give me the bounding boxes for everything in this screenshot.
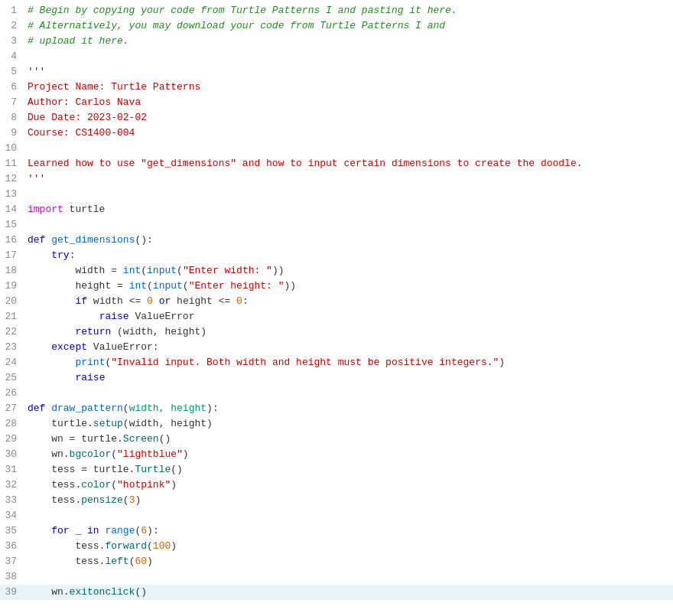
token: ( (111, 448, 117, 460)
token: (width, height) (123, 418, 213, 429)
line-content: def get_dimensions(): (23, 233, 673, 248)
line-number: 20 (0, 294, 23, 309)
line-content: for _ in range(6): (23, 523, 673, 539)
code-line: 7Author: Carlos Nava (0, 95, 673, 110)
line-content: return (width, height) (23, 324, 673, 340)
code-line: 39 wn.exitonclick() (0, 585, 673, 600)
token: for (51, 525, 69, 536)
token: ( (147, 280, 153, 292)
token: (): (135, 234, 152, 246)
code-line: 24 print("Invalid input. Both width and … (0, 355, 673, 370)
token: input (147, 265, 177, 276)
line-number: 13 (0, 187, 23, 202)
token: pensize (81, 494, 123, 506)
token: Author: Carlos Nava (28, 96, 141, 108)
code-line: 8Due Date: 2023-02-02 (0, 110, 673, 125)
line-number: 18 (0, 263, 23, 279)
line-number: 11 (0, 156, 23, 171)
line-content: if width <= 0 or height <= 0: (23, 294, 673, 309)
code-line: 27def draw_pattern(width, height): (0, 401, 673, 416)
line-content: def draw_pattern(width, height): (23, 401, 673, 416)
line-number: 14 (0, 202, 23, 217)
token (28, 295, 75, 307)
line-content: except ValueError: (23, 340, 673, 355)
code-line: 9Course: CS1400-004 (0, 125, 673, 141)
token: except (51, 341, 87, 353)
token (28, 311, 99, 322)
token: (width, height) (111, 326, 206, 337)
token: print (75, 357, 105, 368)
line-number: 31 (0, 462, 23, 477)
line-number: 19 (0, 279, 23, 294)
line-content: # Begin by copying your code from Turtle… (23, 3, 673, 18)
code-line: 25 raise (0, 370, 673, 386)
token: tess. (28, 494, 81, 506)
line-number: 10 (0, 141, 23, 156)
token: try (51, 249, 69, 261)
token: color (81, 479, 111, 491)
code-line: 13 (0, 187, 673, 202)
line-content: # Alternatively, you may download your c… (23, 18, 673, 34)
token: setup (93, 418, 123, 429)
token: 100 (153, 540, 171, 552)
code-editor: 1# Begin by copying your code from Turtl… (0, 0, 673, 616)
token: int (129, 280, 147, 292)
line-content: tess.left(60) (23, 554, 673, 569)
line-content: import turtle (23, 202, 673, 217)
code-line: 31 tess = turtle.Turtle() (0, 462, 673, 477)
token (28, 525, 51, 536)
line-content: ''' (23, 64, 673, 80)
token: exitonclick (70, 586, 135, 598)
token: tess. (28, 540, 105, 552)
code-line: 11Learned how to use "get_dimensions" an… (0, 156, 673, 171)
code-line: 34 (0, 508, 673, 523)
code-line: 22 return (width, height) (0, 324, 673, 340)
line-number: 34 (0, 508, 23, 523)
code-line: 38 (0, 569, 673, 585)
token: 6 (141, 525, 147, 536)
token: draw_pattern (51, 403, 123, 414)
line-number: 15 (0, 217, 23, 233)
code-line: 36 tess.forward(100) (0, 539, 673, 554)
line-content: height = int(input("Enter height: ")) (23, 279, 673, 294)
token: width = (28, 265, 123, 276)
token: width <= (87, 295, 147, 307)
token: () (135, 586, 147, 598)
code-line: 15 (0, 217, 673, 233)
token (28, 372, 75, 383)
token: () (159, 433, 171, 445)
line-content: tess.color("hotpink") (23, 477, 673, 493)
token: "lightblue" (117, 448, 183, 460)
code-line: 17 try: (0, 248, 673, 263)
token: turtle. (28, 418, 93, 429)
token: Turtle (135, 464, 171, 475)
line-content: ''' (23, 171, 673, 187)
token: ( (177, 265, 183, 276)
token: ) (499, 357, 505, 368)
token: "Invalid input. Both width and height mu… (111, 357, 499, 368)
token: tess. (28, 556, 105, 567)
code-line: 28 turtle.setup(width, height) (0, 416, 673, 432)
code-line: 21 raise ValueError (0, 309, 673, 324)
line-content: tess.pensize(3) (23, 493, 673, 508)
code-line: 20 if width <= 0 or height <= 0: (0, 294, 673, 309)
code-line: 26 (0, 386, 673, 401)
token: forward (105, 540, 147, 552)
code-line: 32 tess.color("hotpink") (0, 477, 673, 493)
code-line: 12''' (0, 171, 673, 187)
line-number: 7 (0, 95, 23, 110)
token: "Enter height: " (189, 280, 284, 292)
line-number: 12 (0, 171, 23, 187)
token: # Begin by copying your code from Turtle… (28, 5, 457, 16)
token: height <= (171, 295, 236, 307)
code-line: 29 wn = turtle.Screen() (0, 432, 673, 447)
line-number: 28 (0, 416, 23, 432)
line-content: width = int(input("Enter width: ")) (23, 263, 673, 279)
token: ValueError (129, 311, 195, 322)
line-number: 38 (0, 569, 23, 585)
line-number: 37 (0, 554, 23, 569)
token: Screen (123, 433, 159, 445)
token: 60 (135, 556, 147, 567)
line-number: 9 (0, 125, 23, 141)
line-number: 22 (0, 324, 23, 340)
